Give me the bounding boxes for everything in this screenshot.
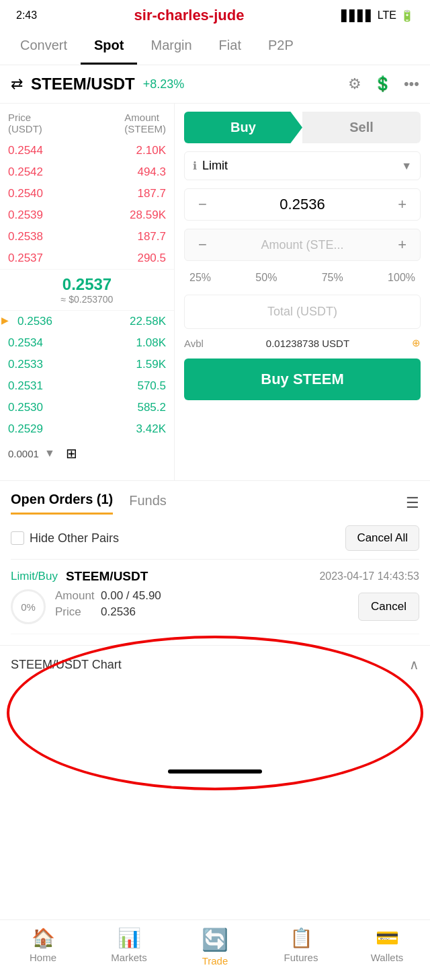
- ob-sell-row: 0.2542 494.3: [0, 161, 174, 183]
- amount-label: Amount: [55, 589, 95, 603]
- tab-fiat[interactable]: Fiat: [206, 28, 255, 65]
- price-input-row: − 0.2536 +: [184, 188, 421, 221]
- nav-markets[interactable]: 📊 Markets: [99, 927, 159, 967]
- order-type-dropdown[interactable]: ▼: [401, 160, 412, 172]
- order-price-row: Price 0.2536: [55, 605, 349, 619]
- trading-change: +8.23%: [143, 77, 185, 91]
- order-type-label: Limit: [202, 159, 396, 173]
- avbl-label: Avbl: [184, 338, 204, 349]
- ob-sell-row: 0.2539 28.59K: [0, 204, 174, 226]
- price-label: Price: [55, 605, 95, 619]
- status-icons: ▋▋▋▋ LTE 🔋: [341, 9, 414, 22]
- amount-value: 0.00 / 45.90: [101, 589, 161, 603]
- ob-view-icon[interactable]: ⊞: [66, 445, 77, 461]
- price-plus-button[interactable]: +: [392, 196, 412, 213]
- ob-buy-row: 0.2530 585.2: [0, 397, 174, 418]
- order-pair: STEEM/USDT: [66, 569, 148, 584]
- trading-header: ⇄ STEEM/USDT +8.23% ⚙ 💲 •••: [0, 65, 430, 104]
- main-content: Price(USDT) Amount(STEEM) 0.2544 2.10K 0…: [0, 104, 430, 480]
- tab-margin[interactable]: Margin: [137, 28, 205, 65]
- pct-100-button[interactable]: 100%: [382, 269, 421, 287]
- ob-buy-row: 0.2529 3.42K: [0, 418, 174, 440]
- ob-amount-header: Amount(STEEM): [124, 112, 166, 135]
- trade-icon: 🔄: [202, 927, 228, 952]
- home-icon: 🏠: [32, 927, 55, 949]
- price-minus-button[interactable]: −: [193, 196, 212, 213]
- progress-circle: 0%: [11, 589, 46, 624]
- buy-steem-button[interactable]: Buy STEEM: [184, 359, 421, 400]
- order-type-badge: Limit/Buy: [11, 570, 58, 583]
- nav-futures[interactable]: 📋 Futures: [271, 927, 331, 967]
- current-price-usd: ≈ $0.253700: [61, 294, 114, 305]
- ob-sell-row: 0.2544 2.10K: [0, 140, 174, 161]
- total-placeholder: Total (USDT): [267, 305, 337, 318]
- amount-placeholder[interactable]: Amount (STE...: [212, 238, 392, 252]
- tab-spot[interactable]: Spot: [81, 28, 137, 65]
- dollar-icon[interactable]: 💲: [374, 75, 392, 93]
- lte-icon: LTE: [378, 9, 396, 22]
- current-price: 0.2537 ≈ $0.253700: [0, 269, 174, 311]
- order-info: Amount 0.00 / 45.90 Price 0.2536: [55, 589, 349, 621]
- ob-buy-row: 0.2533 1.59K: [0, 354, 174, 375]
- pct-25-button[interactable]: 25%: [184, 269, 216, 287]
- order-item-header: Limit/Buy STEEM/USDT 2023-04-17 14:43:53: [11, 569, 419, 584]
- amount-plus-button[interactable]: +: [392, 236, 412, 254]
- signal-icon: ▋▋▋▋: [341, 9, 374, 22]
- trade-label: Trade: [202, 955, 228, 967]
- bottom-nav: 🏠 Home 📊 Markets 🔄 Trade 📋 Futures 💳 Wal…: [0, 919, 430, 980]
- order-type-row[interactable]: ℹ Limit ▼: [184, 151, 421, 180]
- open-orders-section: Open Orders (1) Funds ☰ Hide Other Pairs…: [0, 480, 430, 645]
- battery-icon: 🔋: [400, 9, 414, 22]
- order-amount-row: Amount 0.00 / 45.90: [55, 589, 349, 603]
- nav-home[interactable]: 🏠 Home: [13, 927, 73, 967]
- chart-label[interactable]: STEEM/USDT Chart: [11, 658, 122, 672]
- nav-trade[interactable]: 🔄 Trade: [185, 927, 245, 967]
- total-row[interactable]: Total (USDT): [184, 295, 421, 329]
- avbl-value: 0.01238738 USDT: [266, 338, 349, 349]
- markets-label: Markets: [111, 952, 146, 963]
- status-username: sir-charles-jude: [134, 7, 245, 24]
- price-value[interactable]: 0.2536: [212, 196, 392, 213]
- cancel-order-button[interactable]: Cancel: [358, 593, 419, 621]
- ob-controls: 0.0001 ▼ ⊞: [0, 440, 174, 467]
- pct-50-button[interactable]: 50%: [250, 269, 282, 287]
- order-time: 2023-04-17 14:43:53: [319, 570, 419, 582]
- adjust-icon[interactable]: ⚙: [348, 75, 361, 93]
- home-label: Home: [30, 952, 56, 963]
- amount-minus-button[interactable]: −: [193, 236, 212, 254]
- trading-pair[interactable]: STEEM/USDT: [31, 75, 135, 93]
- hide-pairs-label: Hide Other Pairs: [11, 531, 119, 545]
- ob-buy-row: ▶ 0.2536 22.58K: [0, 311, 174, 332]
- hide-pairs-row: Hide Other Pairs Cancel All: [11, 517, 419, 560]
- ob-interval[interactable]: 0.0001: [8, 448, 39, 459]
- chart-chevron-icon[interactable]: ∧: [409, 656, 419, 673]
- info-icon: ℹ: [193, 159, 197, 172]
- markets-icon: 📊: [118, 927, 141, 949]
- orders-menu-icon[interactable]: ☰: [406, 494, 419, 512]
- trade-panel: Buy Sell ℹ Limit ▼ − 0.2536 + − Amount (…: [175, 104, 430, 480]
- checkbox-icon[interactable]: [11, 531, 24, 545]
- tab-p2p[interactable]: P2P: [255, 28, 307, 65]
- ob-interval-dropdown[interactable]: ▼: [44, 447, 55, 459]
- wallets-label: Wallets: [371, 952, 404, 963]
- ob-buy-row: 0.2534 1.08K: [0, 332, 174, 354]
- chart-section: STEEM/USDT Chart ∧: [0, 645, 430, 683]
- avbl-plus-icon[interactable]: ⊕: [412, 337, 421, 349]
- current-price-value: 0.2537: [62, 275, 112, 294]
- buy-tab[interactable]: Buy: [184, 112, 302, 143]
- nav-wallets[interactable]: 💳 Wallets: [357, 927, 417, 967]
- avbl-row: Avbl 0.01238738 USDT ⊕: [184, 337, 421, 349]
- open-orders-tab[interactable]: Open Orders (1): [11, 492, 113, 515]
- header-icons: ⚙ 💲 •••: [348, 75, 419, 93]
- sell-tab[interactable]: Sell: [302, 112, 421, 143]
- percentage-row: 25% 50% 75% 100%: [184, 269, 421, 287]
- cancel-all-button[interactable]: Cancel All: [345, 525, 419, 551]
- status-time: 2:43: [16, 9, 37, 22]
- tab-convert[interactable]: Convert: [7, 28, 81, 65]
- buy-sell-tabs: Buy Sell: [184, 112, 421, 143]
- pct-75-button[interactable]: 75%: [316, 269, 349, 287]
- funds-tab[interactable]: Funds: [129, 493, 167, 514]
- order-price-value: 0.2536: [101, 605, 136, 619]
- swap-icon: ⇄: [11, 75, 23, 93]
- more-icon[interactable]: •••: [404, 75, 419, 93]
